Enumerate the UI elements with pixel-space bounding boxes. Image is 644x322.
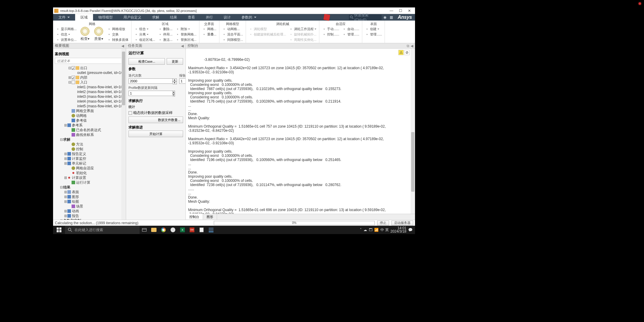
ribbon-button[interactable]: ▫停用... [157, 32, 173, 37]
notepad-icon[interactable] [197, 226, 206, 234]
tree-node[interactable]: 网格交界面 [54, 109, 125, 113]
ime-indicator[interactable]: 中 英 [380, 227, 388, 233]
app-icon[interactable] [168, 226, 178, 234]
ribbon-button[interactable]: ▫设置单位... [55, 37, 78, 42]
update-button[interactable]: 更新 [167, 58, 183, 65]
ribbon-button[interactable]: ▫转换多面体 [106, 37, 129, 42]
popout-icon[interactable]: ⧉ [407, 44, 409, 48]
ribbon-button[interactable]: ▫分离 [133, 32, 156, 37]
expand-icon[interactable]: ⊞ [64, 176, 67, 180]
iter-input[interactable] [129, 78, 173, 84]
tree-node[interactable]: ⊟求解 [54, 137, 125, 142]
checkbox-icon[interactable]: ✓ [72, 76, 75, 79]
tree-node[interactable]: 初始化 [54, 171, 125, 175]
ribbon-button[interactable]: ▫管理...... [364, 32, 383, 37]
start-button[interactable] [53, 226, 65, 234]
checkbox-icon[interactable] [72, 80, 75, 84]
tree-node[interactable]: inlet2 (mass-flow-inlet, id=103) [54, 89, 125, 94]
tree-node[interactable]: ⊟结果 [54, 185, 125, 190]
tree-node[interactable]: ⊞计算设置 [54, 175, 125, 180]
tree-node[interactable]: ⊞表面 [54, 190, 125, 194]
record-icon[interactable] [323, 14, 330, 21]
explorer-icon[interactable] [149, 226, 159, 234]
clock[interactable]: 14:01 2024/3/18 [391, 227, 406, 233]
menu-tab-3[interactable]: 用户自定义 [118, 14, 147, 21]
expand-icon[interactable]: ⊞ [64, 190, 67, 194]
expand-icon[interactable]: ⊞ [64, 161, 67, 165]
warning-icon[interactable]: ⚠ [398, 50, 404, 55]
filter-input[interactable] [55, 58, 124, 64]
tree-node[interactable]: 动网格 [54, 113, 125, 118]
expand-icon[interactable]: ⊞ [64, 157, 67, 161]
menu-tab-1[interactable]: 区域 [75, 14, 93, 21]
ribbon-button[interactable]: ▫组合 [133, 26, 156, 32]
console-body[interactable]: ⚠ ⊘ -3.80791e-02, -8.79996e-02) Maximum … [186, 49, 415, 214]
minimize-button[interactable]: — [387, 8, 396, 13]
ribbon-button[interactable]: ▫手动...... [321, 26, 340, 32]
ribbon-button[interactable]: ▫控制...... [321, 32, 340, 37]
report-spinner[interactable]: ▲▼ [179, 78, 185, 84]
tree-node[interactable]: 场景 [54, 204, 125, 209]
tray-icon[interactable]: ☁ [363, 228, 367, 232]
tree-node[interactable]: ⊞✓内部 [54, 75, 125, 80]
ribbon-button[interactable]: ▫替换区域... [175, 37, 197, 42]
console-scrollbar[interactable] [411, 49, 415, 214]
check-case-button[interactable]: 检查Case... [129, 58, 165, 65]
tree-node[interactable]: ⊞报告定义 [54, 151, 125, 156]
ribbon-button[interactable]: ▫重叠... [201, 32, 217, 37]
tray-network-icon[interactable]: 📶 [374, 228, 379, 232]
datafiles-button[interactable]: 数据文件数量... [129, 117, 183, 123]
menu-tab-0[interactable]: 文件 [53, 14, 75, 21]
expand-icon[interactable]: ⊟ [68, 66, 72, 70]
task-view-icon[interactable] [140, 226, 149, 234]
console-tab[interactable]: 图形 [203, 214, 217, 220]
ribbon-button[interactable]: ▫网格... [201, 26, 217, 32]
tree-node[interactable]: 运行计算 [54, 180, 125, 185]
spin-up[interactable]: ▲ [173, 91, 175, 94]
tree-node[interactable]: outlet (pressure-outlet, id=101) [54, 70, 125, 75]
maximize-button[interactable]: ☐ [396, 8, 405, 13]
ribbon-button[interactable]: ▫临近区域... [133, 37, 156, 42]
expand-icon[interactable]: ⊞ [64, 214, 67, 218]
tree-node[interactable]: 方法 [54, 142, 125, 147]
quick-search[interactable]: 快速搜索 (Ctrl+F) [349, 15, 382, 20]
spin-down[interactable]: ▼ [173, 81, 177, 84]
ribbon-big-button[interactable]: 检查▾ [79, 26, 91, 42]
console-tab[interactable]: 控制台 [186, 214, 203, 219]
expand-icon[interactable]: ⊞ [64, 195, 67, 199]
server-button[interactable]: 启动服务器 [391, 221, 413, 225]
clear-icon[interactable]: ⊘ [404, 50, 410, 55]
chrome-icon[interactable] [159, 226, 168, 234]
tree-node[interactable]: 网格自适应 [54, 166, 125, 171]
stop-button[interactable]: 停止 [377, 221, 389, 225]
ribbon-button[interactable]: ▫创建 [364, 26, 383, 32]
ribbon-button[interactable]: ▫动网格... [221, 26, 244, 32]
tree-node[interactable]: 参考值 [54, 118, 125, 123]
tree-node[interactable]: ⊞计算监控 [54, 156, 125, 161]
expand-icon[interactable]: ⊞ [64, 209, 67, 213]
ribbon-button[interactable]: ▫信息 [55, 32, 78, 37]
expand-icon[interactable]: ⊞ [64, 123, 67, 127]
menu-tab-9[interactable]: 参数的 [236, 14, 262, 21]
tree-node[interactable]: inlet5 (mass-flow-inlet, id=106) [54, 104, 125, 109]
outline-scrollbar[interactable] [121, 49, 126, 220]
expand-icon[interactable]: ⊞ [60, 219, 63, 220]
menu-tab-4[interactable]: 求解 [147, 14, 165, 21]
ribbon-button[interactable]: ▫附加 [175, 26, 197, 32]
tree-node[interactable]: ⊞图形 [54, 194, 125, 199]
settings-icon[interactable]: ▦ [388, 14, 395, 21]
ribbon-button[interactable]: ▫自动...... [341, 26, 360, 32]
expand-icon[interactable]: ⊞ [64, 199, 67, 204]
menu-tab-7[interactable]: 并行 [200, 14, 218, 21]
tray-icon[interactable]: 🗔 [369, 228, 372, 232]
profile-spinner[interactable]: ▲▼ [129, 91, 166, 97]
expand-icon[interactable]: ⊞ [68, 75, 72, 80]
expand-icon[interactable]: ⊟ [60, 185, 63, 189]
tree-node[interactable]: ⊞单元标记 [54, 161, 125, 166]
ribbon-button[interactable]: ▫管理...... [341, 32, 360, 37]
ribbon-button[interactable]: ▫混合平面... [221, 32, 244, 37]
ribbon-button[interactable]: ▫激活... [157, 37, 173, 42]
tree-node[interactable]: 已命名的表达式 [54, 128, 125, 132]
tree-node[interactable]: 曲线坐标系 [54, 132, 125, 137]
tree-node[interactable]: ⊞报告 [54, 213, 125, 218]
